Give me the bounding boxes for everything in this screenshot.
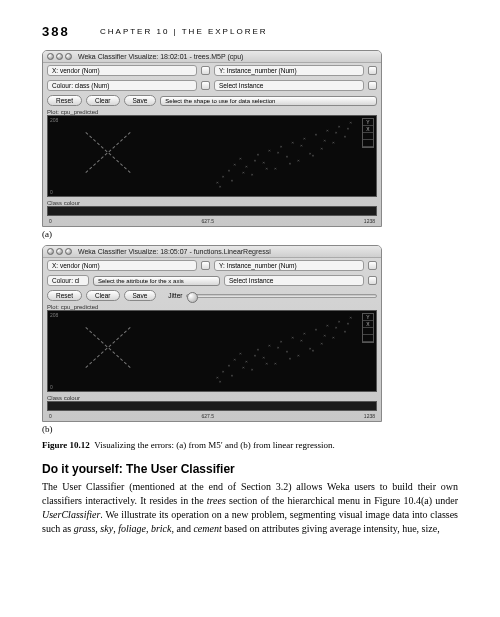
plot-label-b: Plot: cpu_predicted bbox=[43, 303, 381, 310]
zoom-icon[interactable] bbox=[65, 248, 72, 255]
y-color-swatch[interactable] bbox=[368, 66, 377, 75]
jitter-slider[interactable] bbox=[186, 294, 377, 298]
selection-x-marker bbox=[78, 124, 138, 179]
y-min-b: 0 bbox=[50, 384, 53, 390]
window-title-b: Weka Classifier Visualize: 18:05:07 - fu… bbox=[78, 248, 271, 255]
close-icon[interactable] bbox=[47, 53, 54, 60]
class-colour-label-a: Class colour bbox=[43, 199, 381, 206]
caption-text: Visualizing the errors: (a) from M5′ and… bbox=[94, 440, 335, 450]
select-instance-b[interactable]: Select Instance bbox=[224, 275, 364, 286]
body-paragraph: The User Classifier (mentioned at the en… bbox=[42, 480, 458, 537]
sublabel-a: (a) bbox=[42, 229, 458, 239]
x-swatch-b[interactable] bbox=[201, 261, 210, 270]
colour-select-b[interactable]: Colour: cl bbox=[47, 275, 89, 286]
tooltip-hint: Select the attribute for the x axis bbox=[93, 276, 220, 286]
x-axis-select-b[interactable]: X: vendor (Nom) bbox=[47, 260, 197, 271]
x-axis-select[interactable]: X: vendor (Nom) bbox=[47, 65, 197, 76]
axis-row-a: 0 627.5 1238 bbox=[43, 218, 381, 226]
plot-legend[interactable]: YX bbox=[362, 118, 374, 148]
plot-label-a: Plot: cpu_predicted bbox=[43, 108, 381, 115]
zoom-icon[interactable] bbox=[65, 53, 72, 60]
caption-bold: Figure 10.12 bbox=[42, 440, 90, 450]
y-min: 0 bbox=[50, 189, 53, 195]
minimize-icon[interactable] bbox=[56, 53, 63, 60]
chapter-header: CHAPTER 10 | THE EXPLORER bbox=[100, 27, 268, 36]
y-swatch-b[interactable] bbox=[368, 261, 377, 270]
save-button[interactable]: Save bbox=[124, 95, 157, 106]
class-colour-label-b: Class colour bbox=[43, 394, 381, 401]
page-number: 388 bbox=[42, 24, 70, 39]
colour-bar-b bbox=[47, 401, 377, 411]
section-heading: Do it yourself: The User Classifier bbox=[42, 462, 458, 476]
close-icon[interactable] bbox=[47, 248, 54, 255]
reset-button[interactable]: Reset bbox=[47, 95, 82, 106]
window-controls[interactable] bbox=[47, 53, 72, 60]
y-max-b: 208 bbox=[50, 312, 58, 318]
colour-swatch[interactable] bbox=[201, 81, 210, 90]
titlebar-b: Weka Classifier Visualize: 18:05:07 - fu… bbox=[43, 246, 381, 258]
window-controls-b[interactable] bbox=[47, 248, 72, 255]
figure-block: Weka Classifier Visualize: 18:02:01 - tr… bbox=[42, 50, 458, 536]
axis-row-b: 0 627.5 1238 bbox=[43, 413, 381, 421]
window-a: Weka Classifier Visualize: 18:02:01 - tr… bbox=[42, 50, 382, 227]
y-max: 208 bbox=[50, 117, 58, 123]
colour-select[interactable]: Colour: class (Num) bbox=[47, 80, 197, 91]
selection-x-marker-b bbox=[78, 319, 138, 374]
window-b: Weka Classifier Visualize: 18:05:07 - fu… bbox=[42, 245, 382, 422]
colour-bar-a bbox=[47, 206, 377, 216]
y-axis-select[interactable]: Y: Instance_number (Num) bbox=[214, 65, 364, 76]
data-points: ××× ××× ××× ××× ××× ××× ××× ××× ××× ××× … bbox=[213, 116, 358, 196]
scatter-plot-b[interactable]: 208 0 YX ××× ××× ××× ××× ××× ××× ××× ×××… bbox=[47, 310, 377, 392]
sublabel-b: (b) bbox=[42, 424, 458, 434]
scatter-plot-a[interactable]: 208 0 YX ××× ××× ××× ××× ××× ××× ××× ×××… bbox=[47, 115, 377, 197]
clear-button[interactable]: Clear bbox=[86, 95, 120, 106]
y-axis-select-b[interactable]: Y: Instance_number (Num) bbox=[214, 260, 364, 271]
shape-select-button[interactable]: Select the shape to use for data selecti… bbox=[160, 96, 377, 106]
minimize-icon[interactable] bbox=[56, 248, 63, 255]
clear-button-b[interactable]: Clear bbox=[86, 290, 120, 301]
select-instance[interactable]: Select Instance bbox=[214, 80, 364, 91]
select-swatch[interactable] bbox=[368, 81, 377, 90]
reset-button-b[interactable]: Reset bbox=[47, 290, 82, 301]
select-swatch-b[interactable] bbox=[368, 276, 377, 285]
figure-caption: Figure 10.12 Visualizing the errors: (a)… bbox=[42, 440, 458, 452]
plot-legend-b[interactable]: YX bbox=[362, 313, 374, 343]
data-points-b: ××× ××× ××× ××× ××× ××× ××× ××× ××× ××× … bbox=[213, 311, 358, 391]
save-button-b[interactable]: Save bbox=[124, 290, 157, 301]
x-color-swatch[interactable] bbox=[201, 66, 210, 75]
titlebar-a: Weka Classifier Visualize: 18:02:01 - tr… bbox=[43, 51, 381, 63]
window-title-a: Weka Classifier Visualize: 18:02:01 - tr… bbox=[78, 53, 243, 60]
jitter-label: Jitter bbox=[168, 292, 182, 299]
